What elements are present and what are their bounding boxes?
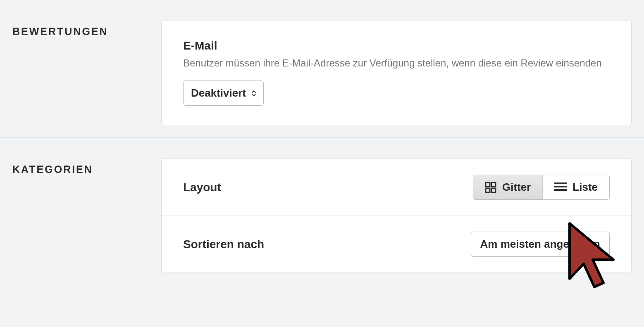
layout-grid-button[interactable]: Gitter [473, 175, 542, 199]
sort-select[interactable]: Am meisten angesehen [471, 232, 610, 257]
svg-rect-1 [491, 182, 496, 187]
reviews-section-label: BEWERTUNGEN [12, 21, 161, 125]
sort-row-label: Sortieren nach [183, 238, 264, 251]
sort-row: Sortieren nach Am meisten angesehen [162, 216, 631, 272]
layout-list-button[interactable]: Liste [543, 175, 609, 199]
svg-rect-2 [486, 188, 490, 192]
email-select[interactable]: Deaktiviert [183, 81, 264, 106]
list-icon [554, 182, 567, 193]
email-field-title: E-Mail [183, 39, 610, 52]
email-select-value: Deaktiviert [191, 87, 246, 100]
layout-list-label: Liste [572, 181, 598, 194]
svg-rect-3 [491, 188, 496, 192]
layout-segmented-control: Gitter Liste [473, 175, 610, 200]
categories-section-label: KATEGORIEN [12, 159, 161, 273]
email-field-description: Benutzer müssen ihre E-Mail-Adresse zur … [183, 57, 610, 70]
sort-select-value: Am meisten angesehen [480, 238, 600, 251]
select-caret-icon [252, 90, 256, 96]
layout-row: Layout Gitter [162, 159, 631, 216]
grid-icon [485, 182, 496, 193]
reviews-section: BEWERTUNGEN E-Mail Benutzer müssen ihre … [0, 0, 644, 137]
layout-grid-label: Gitter [502, 181, 531, 194]
categories-panel: Layout Gitter [161, 159, 632, 273]
svg-rect-0 [486, 182, 490, 187]
layout-row-label: Layout [183, 181, 221, 194]
categories-section: KATEGORIEN Layout Gitter [0, 138, 644, 285]
reviews-panel: E-Mail Benutzer müssen ihre E-Mail-Adres… [161, 21, 632, 125]
